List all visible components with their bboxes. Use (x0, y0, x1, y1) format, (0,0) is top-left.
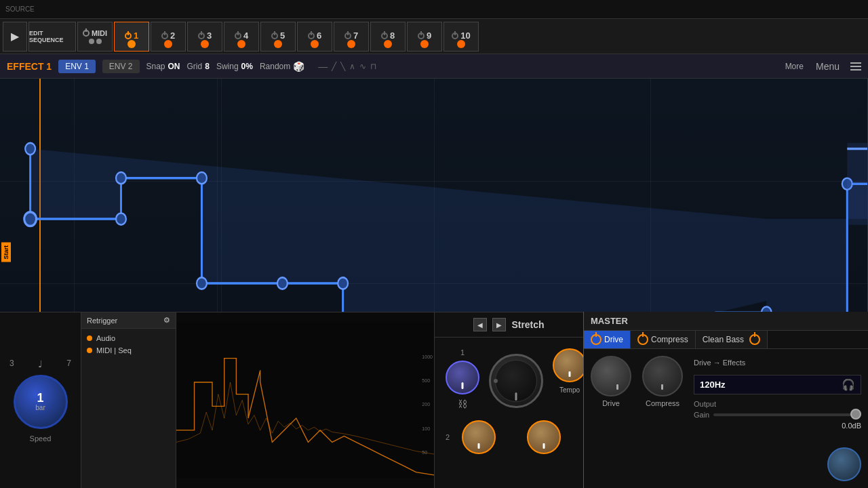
seq-dot-4 (237, 40, 245, 48)
retrigger-label[interactable]: Retrigger (87, 317, 117, 325)
gain-slider-thumb[interactable] (850, 409, 861, 420)
ramp-up-icon[interactable]: ╱ (332, 62, 336, 71)
dice-icon[interactable]: 🎲 (293, 61, 304, 72)
clean-bass-knob[interactable] (827, 447, 861, 481)
seq-num-3[interactable]: 3 (187, 22, 222, 52)
step-wave-icon[interactable]: ⊓ (370, 62, 376, 71)
headphone-icon[interactable]: 🎧 (842, 378, 855, 391)
triangle-wave-icon[interactable]: ∧ (349, 62, 355, 71)
effect-header: EFFECT 1 ENV 1 ENV 2 Snap ON Grid 8 Swin… (0, 54, 868, 79)
svg-text:50: 50 (422, 450, 427, 455)
speed-num-right: 7 (66, 359, 71, 369)
svg-point-6 (277, 277, 288, 289)
stretch-num1: 1 (460, 348, 465, 357)
flat-wave-icon[interactable]: — (318, 61, 328, 72)
speed-knob-wrapper[interactable]: 1 bar (14, 375, 68, 429)
svg-rect-22 (847, 143, 867, 225)
compress-tab-label: Compress (651, 335, 688, 344)
ramp-down-icon[interactable]: ╲ (340, 62, 345, 71)
swing-value[interactable]: 0% (241, 62, 253, 71)
drive-tab[interactable]: Drive (584, 331, 631, 348)
env1-button[interactable]: ENV 1 (58, 60, 96, 73)
stretch-arrow-left[interactable]: ◀ (473, 318, 487, 331)
seq-num-2[interactable]: 2 (151, 22, 186, 52)
music-note-icon: ♩ (38, 359, 43, 369)
master-header: MASTER (584, 312, 868, 331)
drive-knob[interactable] (591, 356, 631, 396)
stretch-section: ◀ ▶ Stretch 1 ⛓ (434, 312, 583, 488)
seq-num-9[interactable]: 9 (407, 22, 442, 52)
seq-num-10[interactable]: 10 (443, 22, 479, 52)
compress-knob-indicator (661, 384, 663, 390)
audio-label: Audio (96, 334, 115, 342)
env2-button[interactable]: ENV 2 (102, 60, 140, 73)
freq-value: 120Hz (700, 380, 726, 390)
gear-icon[interactable]: ⚙ (163, 316, 170, 325)
master-panel: MASTER Drive Compress Clean Bass Drive (583, 312, 868, 488)
more-button[interactable]: More (785, 62, 804, 71)
hamburger-icon[interactable] (850, 62, 861, 70)
clean-bass-power-icon[interactable] (749, 334, 760, 345)
output-section: Output Gain 0.0dB (694, 400, 861, 430)
menu-button[interactable]: Menu (816, 61, 840, 72)
waveform-svg: 1000 500 200 100 50 (176, 312, 434, 488)
stretch-knob2[interactable] (462, 420, 496, 454)
sequence-bar: ▶ EDIT SEQUENCE MIDI 1 2 (0, 19, 868, 54)
svg-text:200: 200 (422, 402, 430, 407)
power-icon-2 (161, 33, 168, 39)
audio-dot (87, 336, 92, 341)
seq-dot-5 (274, 40, 282, 48)
seq-num-6[interactable]: 6 (297, 22, 332, 52)
speed-num-left: 3 (9, 359, 14, 369)
knob3-indicator (543, 443, 545, 449)
gain-label: Gain (694, 411, 709, 419)
stretch-arrow-right[interactable]: ▶ (492, 318, 506, 331)
speed-knob[interactable]: 1 bar (14, 375, 68, 429)
seq-dot-8 (384, 40, 392, 48)
svg-point-2 (116, 213, 126, 224)
midi-button[interactable]: MIDI (77, 22, 113, 52)
seq-num-1[interactable]: 1 (114, 22, 149, 52)
sine-wave-icon[interactable]: ∿ (359, 62, 366, 71)
snap-value[interactable]: ON (168, 62, 180, 71)
seq-dot-7 (347, 40, 355, 48)
main-stretch-knob[interactable] (489, 354, 543, 408)
stretch-knob1[interactable] (446, 361, 479, 394)
audio-source: Audio (87, 334, 170, 342)
edit-sequence-button[interactable]: EDIT SEQUENCE (28, 22, 76, 52)
svg-text:500: 500 (422, 378, 430, 383)
drive-power-icon[interactable] (591, 334, 601, 345)
stretch-header: ◀ ▶ Stretch (435, 312, 583, 338)
compress-tab[interactable]: Compress (631, 331, 696, 348)
power-icon-3 (198, 33, 205, 39)
clean-bass-tab-label: Clean Bass (703, 335, 744, 344)
midi-seq-label: MIDI | Seq (96, 346, 132, 354)
stretch-knobs: 1 ⛓ (435, 338, 583, 420)
seq-dot-2 (164, 40, 172, 48)
seq-num-5[interactable]: 5 (260, 22, 296, 52)
compress-knob-group: Compress (642, 356, 683, 475)
seq-num-7[interactable]: 7 (334, 22, 369, 52)
speed-unit: bar (35, 404, 45, 411)
swing-control: Swing 0% (216, 62, 253, 71)
tempo-knob[interactable] (553, 348, 587, 382)
stretch-knob1-group: 1 ⛓ (446, 348, 479, 409)
clean-bass-tab[interactable]: Clean Bass (696, 331, 768, 348)
seq-num-8[interactable]: 8 (370, 22, 406, 52)
stretch-knob3[interactable] (527, 420, 561, 454)
svg-point-0 (24, 212, 37, 226)
play-button[interactable]: ▶ (3, 22, 27, 52)
speed-numbers-row: 3 ♩ 7 (7, 359, 74, 369)
compress-knob[interactable] (642, 356, 683, 396)
compress-power-icon[interactable] (637, 334, 648, 345)
grid-value[interactable]: 8 (205, 62, 210, 71)
seq-num-4[interactable]: 4 (224, 22, 259, 52)
drive-tab-label: Drive (604, 335, 623, 344)
power-icon-5 (271, 33, 278, 39)
svg-point-3 (116, 172, 126, 184)
gain-slider-track[interactable] (713, 413, 861, 416)
power-icon-7 (344, 33, 351, 39)
freq-display: 120Hz 🎧 (694, 375, 861, 394)
gain-value: 0.0dB (694, 422, 861, 430)
chain-label: Drive → Effects (694, 356, 861, 369)
